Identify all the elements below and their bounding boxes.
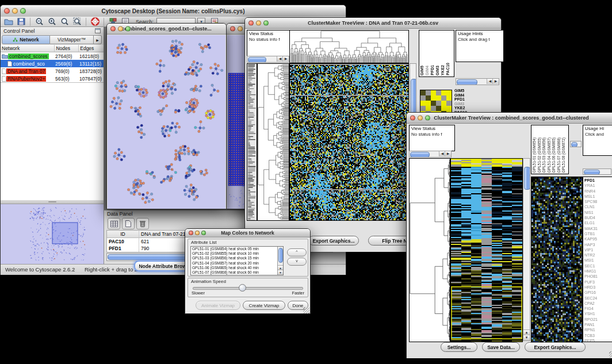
zoom-window-button[interactable]	[20, 8, 26, 14]
main-titlebar[interactable]: Cytoscape Desktop (Session Name: collins…	[1, 5, 346, 17]
attribute-item[interactable]: GPL51-07 (GSM868) heat shock 60 min	[191, 270, 283, 275]
gene-label[interactable]: BUD4	[584, 215, 611, 220]
column-label[interactable]: GIM5	[420, 66, 424, 75]
data-panel-hscrollbar[interactable]	[106, 253, 194, 261]
attribute-item[interactable]: GPL51-01 (GSM854) heat shock 05 min	[191, 247, 283, 251]
network-canvas[interactable]	[108, 35, 225, 209]
network-row-rnapuber[interactable]: RNAPuberNov2+ 563(0) 107847(0)	[1, 75, 104, 82]
zoom-window-button[interactable]	[263, 21, 269, 26]
vscrollbar-thumb[interactable]	[524, 167, 530, 190]
heatmap-vscrollbar[interactable]: ▲▼	[523, 158, 530, 341]
help-button[interactable]	[89, 17, 101, 26]
network-row-dna-tran[interactable]: DNA and Tran 07 769(0) 183728(0)	[1, 67, 104, 75]
column-dendrogram[interactable]	[289, 30, 409, 63]
tab-overflow-button[interactable]: ▶	[94, 35, 102, 44]
heatmap-canvas[interactable]	[289, 63, 409, 221]
export-graphics-button[interactable]: Export Graphics...	[525, 342, 586, 352]
delete-attribute-button[interactable]	[136, 218, 149, 229]
animation-speed-slider[interactable]	[193, 287, 303, 290]
create-vizmap-button[interactable]: Create Vizmap	[243, 301, 285, 310]
network-view-titlebar[interactable]: combined_scores_good.txt--cluste...	[107, 24, 226, 35]
gene-label[interactable]: PFD1	[584, 178, 611, 183]
gene-label[interactable]: CLN1	[584, 204, 611, 209]
resize-grip[interactable]	[303, 307, 309, 313]
zoom-window-button[interactable]	[425, 116, 430, 121]
save-data-button[interactable]: Save Data...	[482, 342, 520, 352]
heatmap-canvas[interactable]	[450, 158, 523, 342]
row-label[interactable]: PFD1	[454, 97, 499, 102]
gene-label[interactable]: PHO81	[584, 274, 611, 279]
treeview1-titlebar[interactable]: ClusterMaker TreeView : DNA and Tran 07-…	[245, 18, 501, 29]
minimize-button[interactable]	[238, 26, 243, 32]
column-label[interactable]: GPL51-08 (GSM872)	[561, 137, 566, 173]
column-labels-hscrollbar[interactable]	[570, 141, 582, 147]
animate-vizmap-button[interactable]: Animate Vizmap	[196, 301, 240, 310]
zoom-window-button[interactable]	[125, 26, 131, 32]
gene-label[interactable]: MSL1	[584, 194, 611, 199]
gene-label[interactable]: RPN1	[584, 327, 611, 332]
hscrollbar-thumb[interactable]	[108, 254, 190, 260]
gene-label[interactable]: TCB3	[584, 333, 611, 338]
gene-label[interactable]: KAP95	[584, 236, 611, 242]
minimize-button[interactable]	[195, 231, 200, 235]
column-label[interactable]: GPL51-07 (GSM868)	[557, 137, 561, 173]
tab-network[interactable]: Network	[2, 35, 50, 44]
gene-label[interactable]: GTB1	[584, 231, 611, 236]
column-label[interactable]: GIM3	[435, 66, 440, 75]
gene-label[interactable]: NTR2	[584, 252, 611, 258]
tab-vizmapper[interactable]: VizMapper™	[50, 35, 94, 44]
close-button[interactable]	[248, 21, 254, 26]
gene-label[interactable]: RPO21	[584, 317, 611, 322]
minimize-button[interactable]	[418, 116, 423, 121]
gene-label[interactable]: SPC98	[584, 199, 611, 204]
settings-button[interactable]: Settings...	[441, 342, 477, 352]
gene-label[interactable]: RNR4	[584, 189, 611, 194]
resize-grip[interactable]	[609, 351, 612, 358]
column-label[interactable]: GPL51-02 (GSM855)	[537, 137, 542, 173]
gene-label[interactable]: SEC1	[584, 263, 611, 269]
gene-label[interactable]: YSH1	[584, 311, 611, 316]
new-attribute-button[interactable]	[122, 218, 135, 229]
row-dendrogram[interactable]	[409, 158, 450, 342]
row-label[interactable]: GIM4	[454, 93, 499, 98]
view-status-hscrollbar[interactable]: ◀▶	[409, 151, 452, 158]
overview-canvas[interactable]	[1, 204, 103, 264]
gene-label[interactable]: YRA1	[584, 183, 611, 188]
gene-label[interactable]: HRD3	[584, 285, 611, 290]
row-label[interactable]: GIM3	[454, 102, 499, 106]
network-row-combined-scores[interactable]: combined_scores 2764(0) 16218(0)	[1, 52, 104, 60]
gene-label[interactable]: GPI16	[584, 290, 611, 295]
column-edges[interactable]: Edges	[79, 45, 104, 52]
gene-label[interactable]: PAN1	[584, 322, 611, 327]
column-label[interactable]: GPL51-01 (GSM854)	[532, 137, 537, 173]
slider-thumb[interactable]	[239, 284, 246, 292]
gene-list-hscrollbar[interactable]	[583, 168, 611, 175]
move-up-button[interactable]: ^	[287, 248, 307, 256]
save-session-button[interactable]	[16, 17, 27, 26]
gene-label[interactable]: MAK31	[584, 226, 611, 231]
gene-label[interactable]: PEP5	[584, 338, 611, 342]
column-label[interactable]: GPL51-06 (GSM865)	[552, 137, 556, 173]
column-network[interactable]: Network	[1, 45, 55, 52]
network-overview-panel[interactable]	[1, 204, 104, 264]
view-status-hscrollbar[interactable]: ◀▶	[247, 56, 289, 63]
open-session-button[interactable]	[3, 17, 14, 26]
export-graphics-button[interactable]: Export Graphics...	[308, 236, 359, 246]
zoom-out-button[interactable]	[33, 17, 45, 26]
column-label[interactable]: YKE2	[441, 65, 445, 75]
attribute-item[interactable]: GPL51-02 (GSM855) heat shock 10 min	[191, 251, 283, 256]
gene-name-strip[interactable]	[247, 63, 257, 221]
row-label[interactable]: YKE2	[454, 106, 499, 110]
gene-label[interactable]: CPA2	[584, 301, 611, 306]
zoom-window-button[interactable]	[201, 231, 206, 235]
close-button[interactable]	[230, 26, 235, 32]
close-button[interactable]	[4, 8, 10, 14]
vscrollbar-thumb[interactable]	[278, 248, 283, 263]
close-button[interactable]	[410, 116, 415, 121]
hscrollbar-thumb[interactable]	[571, 142, 577, 147]
select-attributes-button[interactable]	[108, 218, 120, 229]
column-label[interactable]: GIM4	[425, 66, 430, 75]
gene-label[interactable]: PUF3	[584, 279, 611, 285]
gene-label[interactable]: MSI1	[584, 258, 611, 263]
move-down-button[interactable]: v	[287, 258, 307, 266]
